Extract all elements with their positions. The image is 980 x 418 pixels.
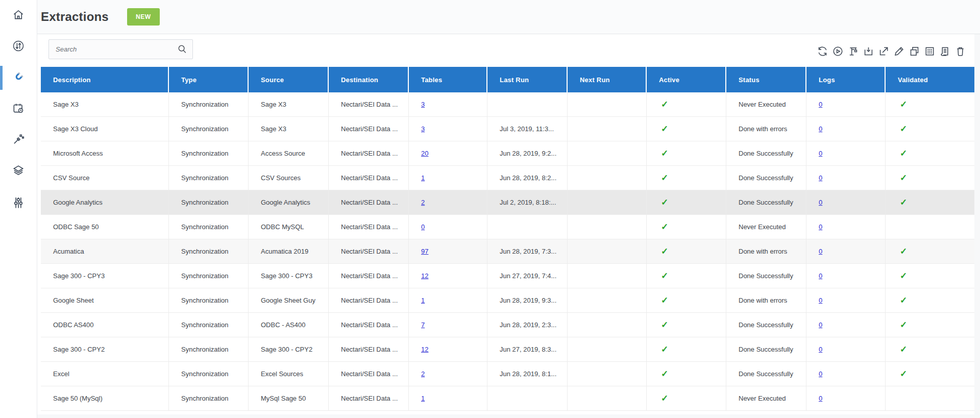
table-row[interactable]: Sage X3 Synchronization Sage X3 Nectari/… — [41, 92, 974, 117]
edit-button[interactable] — [893, 46, 905, 58]
logs-link[interactable]: 0 — [819, 199, 822, 206]
table-row[interactable]: Microsoft Access Synchronization Access … — [41, 141, 974, 166]
validated-check-icon: ✓ — [900, 99, 907, 110]
sidebar-item-layers[interactable] — [0, 156, 37, 187]
tables-link[interactable]: 12 — [421, 346, 428, 353]
column-header-next-run[interactable]: Next Run — [568, 67, 647, 92]
logs-link[interactable]: 0 — [819, 101, 822, 108]
tables-link[interactable]: 1 — [421, 395, 425, 402]
active-check-icon: ✓ — [661, 197, 668, 208]
column-header-type[interactable]: Type — [169, 67, 249, 92]
table-row[interactable]: Excel Synchronization Excel Sources Nect… — [41, 362, 974, 386]
magnet-icon — [12, 70, 25, 86]
grid-icon — [924, 45, 936, 59]
table-row[interactable]: Google Sheet Synchronization Google Shee… — [41, 288, 974, 313]
validated-check-icon: ✓ — [900, 271, 907, 281]
cell-destination: Nectari/SEI Data ... — [329, 215, 409, 239]
new-button[interactable]: NEW — [127, 8, 160, 26]
search-input[interactable] — [48, 39, 193, 59]
export-button[interactable] — [877, 46, 890, 58]
sidebar-item-data-transfer[interactable] — [0, 31, 37, 62]
refresh-button[interactable] — [816, 46, 828, 58]
tables-link[interactable]: 2 — [421, 370, 425, 378]
sidebar-item-extractions[interactable] — [0, 62, 37, 93]
logs-link[interactable]: 0 — [819, 125, 822, 133]
crane-button[interactable] — [847, 46, 859, 58]
tables-link[interactable]: 3 — [421, 101, 425, 108]
column-header-status[interactable]: Status — [726, 67, 806, 92]
table-row[interactable]: Sage 50 (MySql) Synchronization MySql Sa… — [41, 386, 974, 411]
column-header-last-run[interactable]: Last Run — [487, 67, 568, 92]
logs-link[interactable]: 0 — [819, 370, 822, 378]
delete-button[interactable] — [954, 46, 966, 58]
cell-destination: Nectari/SEI Data ... — [329, 190, 409, 215]
cell-destination: Nectari/SEI Data ... — [329, 313, 409, 337]
cell-validated: ✓ — [886, 264, 974, 288]
logs-link[interactable]: 0 — [819, 346, 822, 353]
refresh-icon — [817, 45, 828, 59]
cell-tables: 1 — [409, 386, 487, 411]
active-check-icon: ✓ — [661, 124, 668, 134]
cell-tables: 12 — [409, 337, 487, 362]
column-header-logs[interactable]: Logs — [806, 67, 886, 92]
tables-link[interactable]: 7 — [421, 321, 425, 329]
cell-tables: 1 — [409, 166, 487, 190]
table-row[interactable]: Sage 300 - CPY3 Synchronization Sage 300… — [41, 264, 974, 288]
table-row[interactable]: ODBC Sage 50 Synchronization ODBC MySQL … — [41, 215, 974, 239]
sidebar-item-formulas[interactable] — [0, 125, 37, 156]
tables-link[interactable]: 1 — [421, 297, 425, 304]
table-row[interactable]: Sage X3 Cloud Synchronization Sage X3 Ne… — [41, 117, 974, 141]
tables-link[interactable]: 97 — [421, 248, 428, 255]
table-row[interactable]: Acumatica Synchronization Acumatica 2019… — [41, 239, 974, 264]
column-header-validated[interactable]: Validated — [886, 67, 974, 92]
cell-logs: 0 — [806, 264, 886, 288]
table-row[interactable]: Google Analytics Synchronization Google … — [41, 190, 974, 215]
logs-link[interactable]: 0 — [819, 248, 822, 255]
sidebar-item-settings[interactable] — [0, 187, 37, 218]
grid-button[interactable] — [923, 46, 936, 58]
home-icon — [12, 8, 25, 23]
table-row[interactable]: CSV Source Synchronization CSV Sources N… — [41, 166, 974, 190]
logs-link[interactable]: 0 — [819, 321, 822, 329]
logs-button[interactable] — [939, 46, 951, 58]
sidebar-item-home[interactable] — [0, 0, 37, 31]
column-header-active[interactable]: Active — [647, 67, 726, 92]
table-row[interactable]: ODBC AS400 Synchronization ODBC - AS400 … — [41, 313, 974, 337]
run-button[interactable] — [831, 46, 844, 58]
table-row[interactable]: Sage 300 - CPY2 Synchronization Sage 300… — [41, 337, 974, 362]
tables-link[interactable]: 3 — [421, 125, 425, 133]
column-header-description[interactable]: Description — [41, 67, 169, 92]
logs-link[interactable]: 0 — [819, 297, 822, 304]
cell-status: Done Successfully — [726, 362, 806, 386]
column-header-destination[interactable]: Destination — [329, 67, 409, 92]
tables-link[interactable]: 1 — [421, 174, 425, 182]
cell-validated: ✓ — [886, 337, 974, 362]
tables-link[interactable]: 12 — [421, 272, 428, 280]
cell-tables: 7 — [409, 313, 487, 337]
tables-link[interactable]: 0 — [421, 223, 425, 231]
logs-link[interactable]: 0 — [819, 395, 822, 402]
sidebar-item-schedules[interactable] — [0, 93, 37, 125]
logs-link[interactable]: 0 — [819, 174, 822, 182]
search-icon[interactable] — [177, 43, 188, 55]
cell-description: Sage X3 — [41, 92, 169, 117]
cell-type: Synchronization — [169, 313, 249, 337]
bottom-strip — [37, 414, 980, 418]
logs-link[interactable]: 0 — [819, 150, 822, 157]
copy-icon — [909, 45, 920, 59]
cell-type: Synchronization — [169, 215, 249, 239]
tables-link[interactable]: 20 — [421, 150, 428, 157]
column-header-source[interactable]: Source — [249, 67, 329, 92]
column-header-tables[interactable]: Tables — [409, 67, 487, 92]
cell-destination: Nectari/SEI Data ... — [329, 166, 409, 190]
cell-destination: Nectari/SEI Data ... — [329, 337, 409, 362]
run-icon — [832, 45, 844, 59]
cell-logs: 0 — [806, 386, 886, 411]
copy-button[interactable] — [908, 46, 920, 58]
logs-link[interactable]: 0 — [819, 272, 822, 280]
download-button[interactable] — [862, 46, 874, 58]
cell-active: ✓ — [647, 239, 726, 264]
logs-link[interactable]: 0 — [819, 223, 822, 231]
cell-validated: ✓ — [886, 362, 974, 386]
tables-link[interactable]: 2 — [421, 199, 425, 206]
